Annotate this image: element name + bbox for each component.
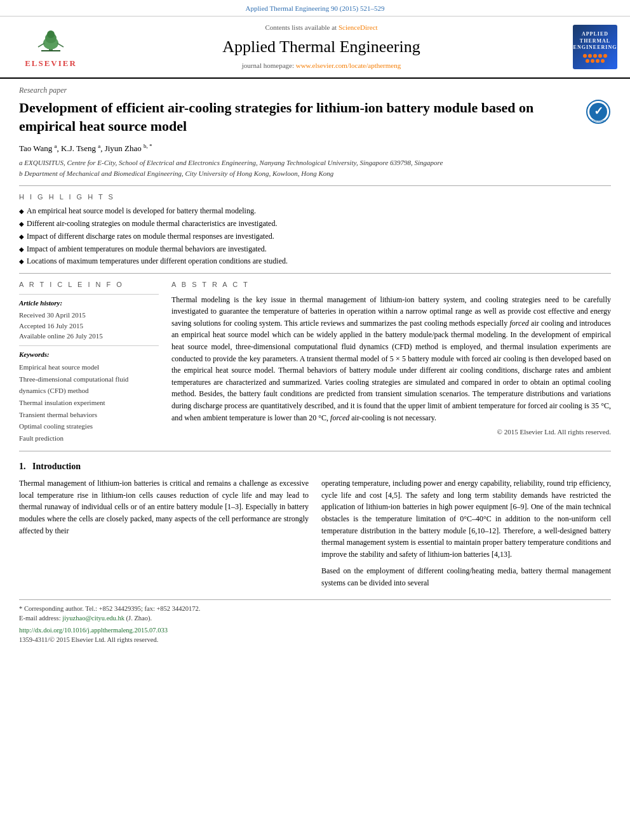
intro-right-para-1: operating temperature, including power a… — [321, 477, 611, 560]
accepted-date: Accepted 16 July 2015 — [19, 321, 159, 331]
keywords-label: Keywords: — [19, 350, 159, 359]
highlight-item-1: ◆ An empirical heat source model is deve… — [19, 206, 611, 217]
available-date: Available online 26 July 2015 — [19, 331, 159, 342]
journal-title: Applied Thermal Engineering — [89, 36, 554, 58]
keyword-4: Thermal insulation experiment — [19, 397, 159, 409]
keyword-1: Empirical heat source model — [19, 361, 159, 373]
divider-2 — [19, 273, 611, 274]
crossmark-badge: ✓ CrossMark — [586, 99, 611, 124]
received-date: Received 30 April 2015 — [19, 310, 159, 321]
homepage-link[interactable]: www.elsevier.com/locate/apthermeng — [296, 62, 401, 69]
corresponding-author-note: * Corresponding author. Tel.: +852 34429… — [19, 604, 611, 614]
info-divider-2 — [19, 345, 159, 346]
keyword-3: dynamics (CFD) method — [19, 385, 159, 397]
info-abstract-row: A R T I C L E I N F O Article history: R… — [19, 280, 611, 444]
keyword-5: Transient thermal behaviors — [19, 409, 159, 421]
article-info-col: A R T I C L E I N F O Article history: R… — [19, 280, 159, 444]
bullet-1: ◆ — [19, 207, 24, 216]
abstract-col: A B S T R A C T Thermal modeling is the … — [171, 280, 611, 444]
publisher-logo-area: ELSEVIER — [13, 25, 89, 69]
thumb-line3: ENGINEERING — [573, 44, 617, 51]
highlight-item-3: ◆ Impact of different discharge rates on… — [19, 231, 611, 242]
email-author: (J. Zhao). — [126, 615, 152, 622]
svg-point-3 — [47, 30, 55, 38]
article-title-row: Development of efficient air-cooling str… — [19, 99, 611, 135]
introduction-section: 1. Introduction Thermal management of li… — [19, 460, 611, 589]
authors-line: Tao Wang a, K.J. Tseng a, Jiyun Zhao b, … — [19, 142, 611, 155]
issn-copyright: 1359-4311/© 2015 Elsevier Ltd. All right… — [19, 636, 611, 645]
email-link[interactable]: jiyuzhao@cityu.edu.hk — [62, 615, 124, 622]
journal-header: ELSEVIER Contents lists available at Sci… — [0, 17, 630, 78]
email-note: E-mail address: jiyuzhao@cityu.edu.hk (J… — [19, 613, 611, 623]
keywords-list: Empirical heat source model Three-dimens… — [19, 361, 159, 444]
intro-left-para: Thermal management of lithium-ion batter… — [19, 477, 309, 537]
footnote-section: * Corresponding author. Tel.: +852 34429… — [19, 599, 611, 645]
article-type-label: Research paper — [19, 85, 611, 96]
abstract-text: Thermal modeling is the key issue in the… — [171, 294, 611, 424]
affiliation-a: a EXQUISITUS, Centre for E-City, School … — [19, 158, 611, 168]
abstract-heading: A B S T R A C T — [171, 280, 611, 290]
elsevier-tree-icon — [29, 29, 73, 52]
info-divider-1 — [19, 294, 159, 295]
highlight-text-1: An empirical heat source model is develo… — [27, 206, 256, 217]
divider-3 — [19, 451, 611, 451]
svg-line-6 — [57, 43, 64, 47]
highlight-item-5: ◆ Locations of maximum temperatures unde… — [19, 256, 611, 267]
section-title: 1. Introduction — [19, 460, 611, 473]
sciencedirect-link[interactable]: ScienceDirect — [338, 23, 378, 31]
homepage-label: journal homepage: — [242, 62, 294, 69]
keyword-7: Fault prediction — [19, 432, 159, 444]
journal-header-center: Contents lists available at ScienceDirec… — [89, 23, 554, 70]
highlight-text-3: Impact of different discharge rates on m… — [27, 231, 274, 242]
thumb-line2: THERMAL — [580, 38, 610, 44]
divider-1 — [19, 185, 611, 186]
keyword-2: Three-dimensional computational fluid — [19, 373, 159, 385]
article-title: Development of efficient air-cooling str… — [19, 99, 579, 135]
journal-homepage-line: journal homepage: www.elsevier.com/locat… — [89, 61, 554, 70]
section-heading-text: Introduction — [32, 462, 81, 471]
keyword-6: Optimal cooling strategies — [19, 420, 159, 432]
body-col-left: Thermal management of lithium-ion batter… — [19, 477, 309, 589]
highlight-text-5: Locations of maximum temperatures under … — [27, 256, 288, 267]
highlight-item-2: ◆ Different air-cooling strategies on mo… — [19, 218, 611, 229]
bullet-5: ◆ — [19, 257, 24, 266]
highlight-text-2: Different air-cooling strategies on modu… — [27, 218, 277, 229]
sciencedirect-label: Contents lists available at — [265, 23, 337, 31]
corresponding-author-text: * Corresponding author. Tel.: +852 34429… — [19, 605, 200, 612]
history-label: Article history: — [19, 298, 159, 308]
section-number: 1. — [19, 462, 26, 471]
journal-header-right: APPLIED THERMAL ENGINEERING — [554, 25, 617, 69]
crossmark-icon: ✓ CrossMark — [586, 100, 610, 124]
top-bar: Applied Thermal Engineering 90 (2015) 52… — [0, 0, 630, 17]
email-label: E-mail address: — [19, 615, 61, 622]
body-two-col: Thermal management of lithium-ion batter… — [19, 477, 611, 589]
highlights-section: H I G H L I G H T S ◆ An empirical heat … — [19, 192, 611, 267]
svg-line-5 — [38, 43, 44, 47]
journal-citation: Applied Thermal Engineering 90 (2015) 52… — [246, 4, 385, 12]
doi-link[interactable]: http://dx.doi.org/10.1016/j.applthermale… — [19, 626, 611, 636]
elsevier-brand-text: ELSEVIER — [25, 58, 77, 69]
copyright-line: © 2015 Elsevier Ltd. All rights reserved… — [171, 427, 611, 437]
body-col-right: operating temperature, including power a… — [321, 477, 611, 589]
thumb-line1: APPLIED — [582, 31, 608, 37]
highlights-heading: H I G H L I G H T S — [19, 192, 611, 202]
journal-thumbnail: APPLIED THERMAL ENGINEERING — [573, 25, 617, 69]
elsevier-logo — [22, 25, 79, 57]
bullet-3: ◆ — [19, 232, 24, 241]
svg-text:✓: ✓ — [594, 105, 603, 117]
main-content: Research paper Development of efficient … — [0, 79, 630, 658]
highlight-item-4: ◆ Impact of ambient temperatures on modu… — [19, 244, 611, 255]
article-info-heading: A R T I C L E I N F O — [19, 280, 159, 290]
thumb-dots — [582, 54, 608, 63]
intro-right-para-2: Based on the employment of different coo… — [321, 565, 611, 589]
bullet-4: ◆ — [19, 245, 24, 254]
footer-area: http://dx.doi.org/10.1016/j.applthermale… — [19, 626, 611, 644]
sciencedirect-line: Contents lists available at ScienceDirec… — [89, 23, 554, 32]
svg-text:CrossMark: CrossMark — [591, 119, 607, 123]
highlight-text-4: Impact of ambient temperatures on module… — [27, 244, 267, 255]
bullet-2: ◆ — [19, 220, 24, 229]
affiliation-b: b Department of Mechanical and Biomedica… — [19, 169, 611, 178]
